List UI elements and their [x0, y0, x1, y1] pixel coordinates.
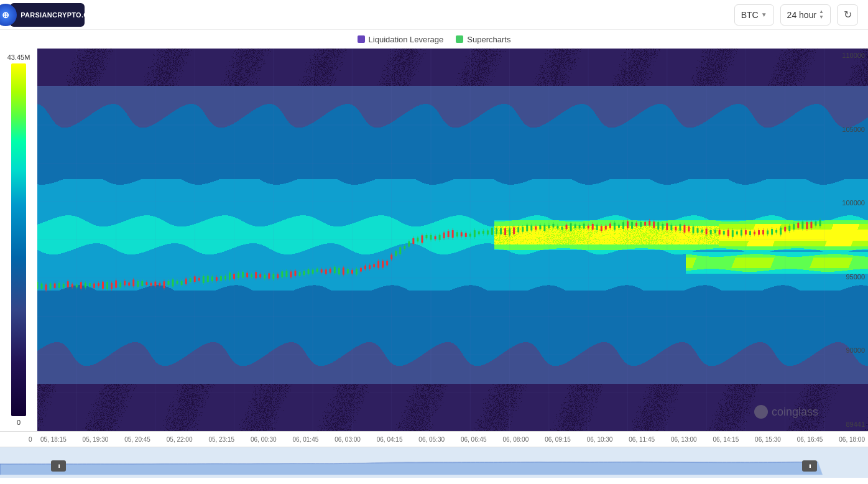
coinglass-logo-icon [754, 405, 768, 419]
legend: Liquidation Leverage Supercharts [0, 30, 868, 49]
watermark: coinglass [754, 405, 818, 419]
pause-icon-right: ⏸ [807, 463, 812, 469]
refresh-button[interactable]: ↻ [837, 4, 858, 26]
time-label: 05, 23:15 [208, 436, 234, 443]
coin-dropdown-arrow: ▼ [761, 11, 767, 18]
price-axis: 110000 105000 100000 95000 90000 89441 [824, 49, 868, 431]
coinglass-text: coinglass [772, 406, 818, 419]
chart-wrapper: 43.45M 0 110000 105000 100000 95000 9000… [0, 49, 868, 431]
pause-button-right[interactable]: ⏸ [802, 460, 817, 472]
time-label: 06, 03:00 [335, 436, 361, 443]
time-label: 06, 09:15 [545, 436, 571, 443]
color-bar [11, 63, 26, 416]
price-label-100000: 100000 [828, 199, 865, 207]
legend-label-liquidation: Liquidation Leverage [369, 35, 444, 44]
price-label-110000: 110000 [828, 52, 865, 59]
chart-main[interactable]: 110000 105000 100000 95000 90000 89441 c… [37, 49, 868, 431]
time-label: 06, 08:00 [503, 436, 529, 443]
mini-chart-canvas [0, 447, 868, 478]
logo: ⊕ PARSIANCRYPTO.COM [10, 3, 85, 27]
heatmap-canvas [37, 49, 868, 431]
pause-button-left[interactable]: ⏸ [51, 460, 66, 472]
time-label: 05, 19:30 [83, 436, 109, 443]
time-value: 24 hour [787, 10, 816, 20]
time-label: 06, 13:00 [671, 436, 697, 443]
time-selector[interactable]: 24 hour ▲ ▼ [780, 4, 831, 26]
time-labels: 05, 18:1505, 19:3005, 20:4505, 22:0005, … [37, 436, 868, 443]
price-label-95000: 95000 [828, 273, 865, 281]
logo-text: PARSIANCRYPTO.COM [21, 11, 100, 19]
spinner-down[interactable]: ▼ [819, 15, 824, 20]
pause-icon-left: ⏸ [56, 463, 61, 469]
legend-dot-supercharts [456, 35, 463, 43]
time-label: 06, 10:30 [587, 436, 613, 443]
logo-circle: ⊕ [0, 4, 17, 26]
price-label-105000: 105000 [828, 126, 865, 133]
scale-top-label: 43.45M [7, 54, 30, 61]
coin-value: BTC [741, 10, 759, 20]
time-label: 05, 20:45 [124, 436, 150, 443]
price-label-89441: 89441 [828, 421, 865, 428]
mini-chart: ⏸ ⏸ [0, 447, 868, 478]
legend-item-supercharts: Supercharts [456, 35, 510, 44]
time-label: 05, 22:00 [167, 436, 193, 443]
price-label-90000: 90000 [828, 347, 865, 354]
time-label: 06, 01:45 [293, 436, 319, 443]
zero-label: 0 [29, 436, 32, 443]
time-label: 06, 05:30 [418, 436, 445, 443]
legend-dot-liquidation [358, 35, 365, 43]
spinner-up[interactable]: ▲ [819, 9, 824, 14]
time-label: 06, 18:00 [839, 436, 865, 443]
color-scale: 43.45M 0 [0, 49, 37, 431]
legend-label-supercharts: Supercharts [467, 35, 510, 44]
time-spinner[interactable]: ▲ ▼ [819, 9, 824, 20]
header: ⊕ PARSIANCRYPTO.COM BTC ▼ 24 hour ▲ ▼ ↻ [0, 0, 868, 30]
time-label: 06, 06:45 [461, 436, 487, 443]
time-axis: 0 05, 18:1505, 19:3005, 20:4505, 22:0005… [0, 431, 868, 447]
time-label: 06, 16:45 [797, 436, 823, 443]
time-label: 06, 04:15 [377, 436, 403, 443]
time-label: 06, 11:45 [629, 436, 655, 443]
time-label: 05, 18:15 [40, 436, 67, 443]
coin-selector[interactable]: BTC ▼ [734, 4, 774, 26]
header-controls: BTC ▼ 24 hour ▲ ▼ ↻ [734, 4, 858, 26]
legend-item-liquidation: Liquidation Leverage [358, 35, 444, 44]
scale-bottom-label: 0 [17, 419, 21, 426]
time-label: 06, 14:15 [713, 436, 739, 443]
refresh-icon: ↻ [844, 9, 852, 21]
time-label: 06, 00:30 [251, 436, 277, 443]
logo-container: ⊕ PARSIANCRYPTO.COM [10, 3, 85, 27]
time-label: 06, 15:30 [755, 436, 781, 443]
